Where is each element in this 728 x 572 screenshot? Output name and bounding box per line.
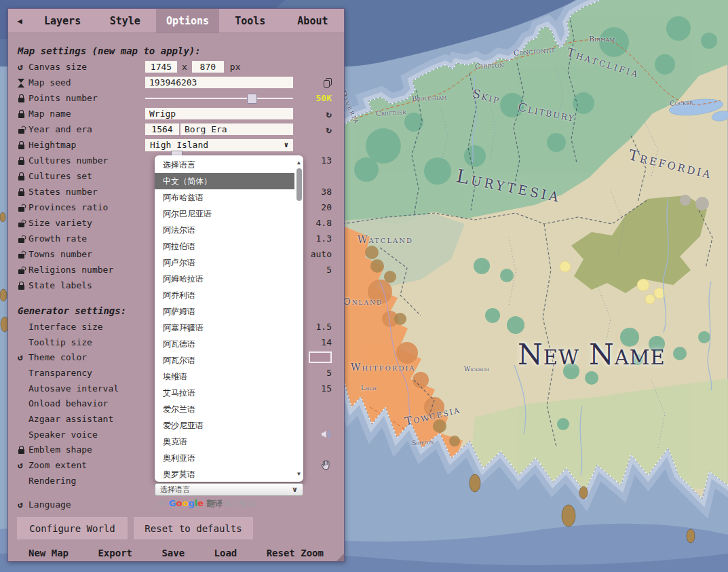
configure-world-button[interactable]: Configure World: [17, 517, 128, 539]
language-option[interactable]: 选择语言: [155, 157, 294, 173]
language-option[interactable]: 阿乔利语: [155, 287, 294, 303]
powered-mid: 翻译: [204, 499, 223, 508]
load-button[interactable]: Load: [214, 548, 237, 558]
unlock-icon[interactable]: [18, 254, 24, 259]
language-dropdown-popup: 选择语言 中文（简体） 阿布哈兹语 阿尔巴尼亚语 阿法尔语 阿拉伯语 阿卢尔语 …: [155, 155, 303, 482]
tab-about[interactable]: About: [282, 9, 344, 33]
canvas-width-input[interactable]: [145, 61, 177, 73]
setting-label: States number: [28, 187, 145, 197]
year-input[interactable]: [145, 123, 179, 135]
lock-icon[interactable]: [18, 176, 24, 180]
setting-label: Azgaar assistant: [28, 414, 145, 424]
language-option[interactable]: 奥罗莫语: [155, 466, 294, 482]
setting-row-map-name: Map name ↻: [18, 106, 334, 121]
language-option[interactable]: 埃维语: [155, 368, 294, 385]
language-option[interactable]: 奥利亚语: [155, 450, 294, 466]
tab-options[interactable]: Options: [156, 9, 218, 33]
unlock-icon[interactable]: [18, 207, 24, 212]
language-option[interactable]: 阿法尔语: [155, 222, 294, 238]
setting-label: Heightmap: [28, 140, 145, 150]
export-button[interactable]: Export: [98, 548, 132, 558]
language-option[interactable]: 阿拉伯语: [155, 238, 294, 254]
translate-language-select[interactable]: 选择语言 ∨: [155, 483, 303, 496]
setting-label: Map name: [28, 109, 145, 119]
tab-style[interactable]: Style: [94, 9, 156, 33]
regenerate-name-icon[interactable]: ↻: [326, 109, 332, 119]
speaker-icon[interactable]: [321, 430, 332, 439]
dimension-separator: x: [182, 62, 187, 72]
reset-icon[interactable]: ↺: [18, 353, 23, 362]
lock-icon[interactable]: [18, 98, 24, 102]
language-option[interactable]: 中文（简体）: [155, 173, 294, 189]
era-input[interactable]: [180, 123, 293, 135]
setting-label: Map seed: [28, 77, 145, 88]
reset-to-defaults-button[interactable]: Reset to defaults: [134, 517, 253, 539]
language-option[interactable]: 阿塞拜疆语: [155, 320, 294, 336]
heightmap-select[interactable]: High Island ∨: [145, 139, 293, 151]
reset-icon[interactable]: ↺: [18, 461, 23, 470]
map-label: Watcland: [358, 234, 413, 245]
points-number-slider[interactable]: [145, 93, 293, 103]
unit-label: px: [230, 62, 241, 72]
theme-color-swatch[interactable]: [309, 351, 332, 363]
unlock-icon[interactable]: [18, 269, 24, 274]
setting-label: Interface size: [28, 322, 145, 332]
reset-icon[interactable]: ↺: [18, 500, 23, 509]
lock-icon[interactable]: [18, 191, 24, 196]
points-slider-handle[interactable]: [247, 94, 257, 104]
unlock-icon[interactable]: [18, 223, 24, 227]
map-label: Cocker: [670, 98, 693, 107]
scroll-down-icon[interactable]: ▼: [294, 470, 303, 478]
setting-label: Transparency: [28, 368, 145, 378]
language-option[interactable]: 爱尔兰语: [155, 401, 294, 417]
setting-label: Size variety: [28, 218, 145, 228]
pan-hand-icon[interactable]: [321, 459, 332, 471]
setting-label: Year and era: [28, 124, 145, 134]
setting-label: Onload behavior: [28, 398, 145, 408]
points-number-value[interactable]: 50K: [293, 93, 334, 103]
lock-icon[interactable]: [18, 145, 24, 149]
lock-icon[interactable]: [18, 449, 24, 454]
canvas-height-input[interactable]: [192, 61, 224, 73]
language-option[interactable]: 阿卢尔语: [155, 254, 294, 271]
bottom-menu-bar: New Map Export Save Load Reset Zoom: [8, 544, 344, 562]
tab-tools[interactable]: Tools: [219, 9, 282, 33]
unlock-icon[interactable]: [18, 129, 24, 134]
dropdown-scrollbar[interactable]: ▲ ▼: [294, 155, 303, 482]
lock-icon[interactable]: [18, 285, 24, 290]
scroll-up-icon[interactable]: ▲: [294, 159, 303, 167]
language-option[interactable]: 爱沙尼亚语: [155, 417, 294, 434]
collapse-panel-button[interactable]: ◀: [8, 9, 31, 33]
scrollbar-thumb[interactable]: [296, 168, 302, 201]
copy-icon[interactable]: [324, 78, 332, 88]
language-option[interactable]: 阿布哈兹语: [155, 189, 294, 206]
map-name-input[interactable]: [145, 108, 293, 119]
language-option[interactable]: 奥克语: [155, 434, 294, 450]
save-button[interactable]: Save: [161, 548, 185, 558]
regenerate-era-icon[interactable]: ↻: [326, 124, 332, 135]
language-option[interactable]: 阿瓦德语: [155, 336, 294, 352]
lock-icon[interactable]: [18, 160, 24, 165]
language-option[interactable]: 阿萨姆语: [155, 303, 294, 320]
setting-label: Towns number: [28, 249, 145, 259]
panel-resize-handle[interactable]: [337, 554, 344, 561]
setting-label: Canvas size: [28, 62, 145, 72]
lock-icon[interactable]: [18, 113, 24, 118]
tab-layers[interactable]: Layers: [31, 9, 94, 33]
setting-row-points-number: Points number 50K: [18, 90, 334, 106]
chevron-down-icon: ∨: [292, 485, 298, 494]
unlock-icon[interactable]: [18, 238, 24, 243]
setting-row-map-seed: Map seed: [18, 75, 334, 90]
setting-label: Speaker voice: [28, 430, 145, 440]
language-option[interactable]: 阿姆哈拉语: [155, 271, 294, 287]
language-option[interactable]: 艾马拉语: [155, 385, 294, 401]
new-map-button[interactable]: New Map: [28, 548, 69, 558]
reset-icon[interactable]: ↺: [18, 62, 23, 71]
language-option[interactable]: 阿尔巴尼亚语: [155, 206, 294, 222]
map-label: Leigh: [361, 385, 377, 392]
map-seed-input[interactable]: [145, 77, 293, 88]
language-option[interactable]: 阿瓦尔语: [155, 352, 294, 368]
panel-menu-bar: ◀ Layers Style Options Tools About: [8, 9, 344, 33]
map-settings-heading: Map settings (new map to apply):: [18, 43, 334, 59]
reset-zoom-button[interactable]: Reset Zoom: [267, 548, 324, 558]
